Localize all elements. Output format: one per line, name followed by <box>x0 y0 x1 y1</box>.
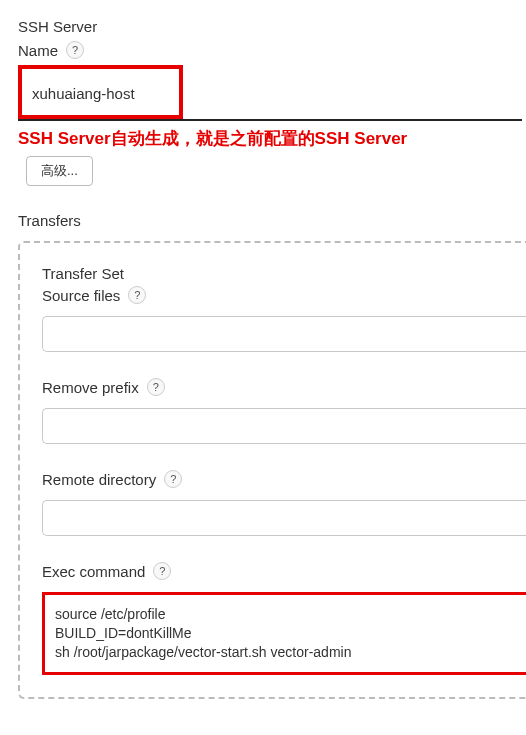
ssh-server-name-underline <box>18 119 522 121</box>
advanced-button[interactable]: 高级... <box>26 156 93 186</box>
transfers-panel: Transfer Set Source files ? Remove prefi… <box>18 241 526 699</box>
help-icon[interactable]: ? <box>66 41 84 59</box>
ssh-server-name-highlight: xuhuaiang-host <box>18 65 183 119</box>
help-icon[interactable]: ? <box>128 286 146 304</box>
exec-command-label: Exec command <box>42 563 145 580</box>
help-icon[interactable]: ? <box>164 470 182 488</box>
remote-directory-label: Remote directory <box>42 471 156 488</box>
annotation-text: SSH Server自动生成，就是之前配置的SSH Server <box>18 127 526 150</box>
remove-prefix-input[interactable] <box>42 408 526 444</box>
ssh-server-section-label: SSH Server <box>18 18 97 35</box>
transfers-section-label: Transfers <box>18 212 526 229</box>
exec-command-textarea[interactable]: source /etc/profile BUILD_ID=dontKillMe … <box>42 592 526 675</box>
transfer-set-label: Transfer Set <box>42 265 526 282</box>
ssh-server-name-value[interactable]: xuhuaiang-host <box>32 85 135 102</box>
help-icon[interactable]: ? <box>153 562 171 580</box>
remove-prefix-label: Remove prefix <box>42 379 139 396</box>
remote-directory-input[interactable] <box>42 500 526 536</box>
source-files-label: Source files <box>42 287 120 304</box>
help-icon[interactable]: ? <box>147 378 165 396</box>
source-files-input[interactable] <box>42 316 526 352</box>
ssh-server-name-label: Name <box>18 42 58 59</box>
